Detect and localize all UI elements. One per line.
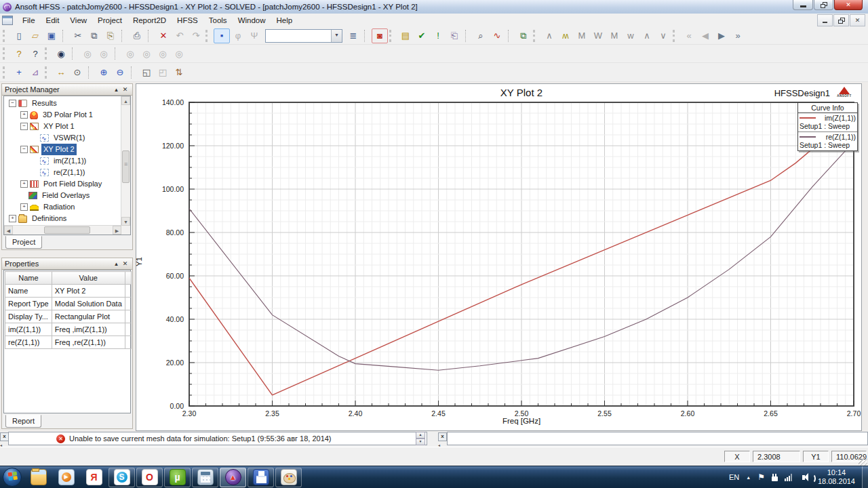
toolbar-grip[interactable] <box>3 66 8 79</box>
toolbar-model-boolean-button[interactable]: + <box>11 65 27 80</box>
menu-view[interactable]: View <box>64 16 92 24</box>
tree-item-xy-plot-2[interactable]: −XY Plot 2 <box>5 144 121 155</box>
toolbar-grip[interactable] <box>45 47 50 60</box>
tree-item-vswr-1[interactable]: VSWR(1) <box>5 132 121 144</box>
toolbar-analyze-all-button[interactable]: ! <box>430 28 446 43</box>
toolbar-last-sweep-button[interactable]: » <box>730 28 746 43</box>
message-spinner[interactable]: ▲ ▼ <box>416 432 425 445</box>
toolbar-zoom-out-button[interactable]: ⊖ <box>112 65 128 80</box>
expand-icon[interactable]: + <box>20 111 28 119</box>
scroll-thumb[interactable] <box>44 226 90 234</box>
table-row[interactable]: im(Z(1,1))Freq ,im(Z(1,1)) <box>5 323 132 336</box>
toolbar-paste-button[interactable]: ⎘ <box>102 28 119 43</box>
progress-window[interactable] <box>447 432 868 445</box>
table-row[interactable]: Display Ty...Rectangular Plot <box>5 310 132 323</box>
toolbar-solution-type-button[interactable]: ◙ <box>372 28 388 43</box>
toolbar-delete-button[interactable]: ✕ <box>155 28 172 43</box>
toolbar-show-visible-button[interactable]: ◉ <box>53 46 69 61</box>
message-window[interactable]: Unable to save current mesh data for sim… <box>8 432 427 445</box>
power-plug-icon[interactable] <box>772 474 778 481</box>
spin-up-icon[interactable]: ▲ <box>416 432 425 439</box>
toolbar-marker-max-button[interactable]: ∨ <box>655 28 671 43</box>
child-minimize-button[interactable] <box>817 14 833 26</box>
panel-collapse-icon[interactable]: ▴ <box>112 85 121 94</box>
series-im-Z-1-1-[interactable] <box>189 139 824 395</box>
toolbar-grip[interactable] <box>533 30 538 42</box>
toolbar-pan-button[interactable]: ↔ <box>53 65 69 80</box>
plot-area[interactable]: 2.302.352.402.452.502.552.602.652.700.00… <box>136 84 861 430</box>
taskbar-utorrent-button[interactable]: µ <box>164 468 191 487</box>
title-bar[interactable]: Ansoft HFSS - patchJomy2600 - HFSSDesign… <box>0 0 868 14</box>
toolbar-context-help-button[interactable]: ? <box>27 46 43 61</box>
tree-vertical-scrollbar[interactable]: ▲ ▼ <box>121 96 130 226</box>
toolbar-next-sweep-button[interactable]: ▶ <box>713 28 730 43</box>
toolbar-orient-axis-button[interactable]: ⇅ <box>171 65 187 80</box>
menu-tools[interactable]: Tools <box>203 16 233 24</box>
curve-info-legend[interactable]: Curve Info im(Z(1,1))Setup1 : Sweepre(Z(… <box>797 102 858 151</box>
tree-item-port-field-display[interactable]: +Port Field Display <box>5 178 121 190</box>
clock[interactable]: 10:14 18.08.2014 <box>818 468 855 486</box>
restore-button[interactable] <box>814 0 833 10</box>
toolbar-help-on-doc-button[interactable]: ? <box>11 46 27 61</box>
minimize-button[interactable] <box>793 0 813 10</box>
toolbar-list-sweeps-button[interactable]: ≣ <box>345 28 361 43</box>
tree-horizontal-scrollbar[interactable]: ◀ ▶ <box>4 225 121 235</box>
collapse-icon[interactable]: − <box>9 100 16 107</box>
tree-item-xy-plot-1[interactable]: −XY Plot 1 <box>5 121 121 132</box>
table-row[interactable]: NameXY Plot 2 <box>5 285 132 298</box>
tree-item-definitions[interactable]: +Definitions <box>5 213 121 224</box>
expand-icon[interactable]: + <box>20 203 28 211</box>
expand-icon[interactable]: + <box>20 180 28 188</box>
property-value[interactable]: Freq ,im(Z(1,1)) <box>52 323 125 336</box>
toolbar-copy-image-button[interactable]: ⧉ <box>515 28 532 43</box>
toolbar-dynamic-zoom-button[interactable]: ⊙ <box>69 65 85 80</box>
taskbar-opera-button[interactable]: O <box>136 468 163 487</box>
menu-project[interactable]: Project <box>92 16 127 24</box>
toolbar-model-view-button[interactable]: ⊿ <box>27 65 43 80</box>
tab-project[interactable]: Project <box>5 236 42 249</box>
toolbar-marker-peak-3-button[interactable]: M <box>574 28 590 43</box>
legend-entry[interactable]: im(Z(1,1))Setup1 : Sweep <box>798 113 857 131</box>
toolbar-copy-button[interactable]: ⧉ <box>86 28 102 43</box>
language-indicator[interactable]: EN <box>729 473 739 481</box>
scroll-thumb[interactable] <box>122 150 130 183</box>
toolbar-grip[interactable] <box>389 30 395 42</box>
tree-item-3d-polar-plot-1[interactable]: +3D Polar Plot 1 <box>5 109 121 121</box>
collapse-icon[interactable]: − <box>20 146 28 153</box>
start-button[interactable] <box>0 467 24 488</box>
taskbar-yandex-browser-button[interactable]: Я <box>81 468 107 487</box>
property-value[interactable]: Modal Solution Data <box>52 298 125 310</box>
toolbar-marker-min-button[interactable]: ∧ <box>639 28 655 43</box>
show-desktop-button[interactable] <box>862 466 868 488</box>
taskbar-media-player-button[interactable] <box>53 468 79 487</box>
chevron-down-icon[interactable]: ▼ <box>331 30 342 42</box>
menu-hfss[interactable]: HFSS <box>172 16 203 24</box>
menu-help[interactable]: Help <box>271 16 298 24</box>
toolbar-add-solution-setup-button[interactable]: ▤ <box>397 28 414 43</box>
toolbar-select-object-button[interactable]: ▪ <box>214 28 230 43</box>
collapse-icon[interactable]: − <box>20 123 28 130</box>
toolbar-grip[interactable] <box>205 30 211 42</box>
toolbar-zoom-search-button[interactable]: ⌕ <box>473 28 489 43</box>
child-restore-button[interactable] <box>833 14 849 26</box>
taskbar-ansoft-hfss-button[interactable]: ▲ <box>220 468 246 487</box>
tree-item-im-z-1-1[interactable]: im(Z(1,1)) <box>5 155 121 167</box>
property-value[interactable]: Rectangular Plot <box>52 310 125 323</box>
menu-file[interactable]: File <box>17 16 41 24</box>
mdi-child-icon[interactable] <box>2 16 13 25</box>
spin-down-icon[interactable]: ▼ <box>416 439 425 445</box>
toolbar-new-button[interactable]: ▯ <box>11 28 27 43</box>
properties-header[interactable]: Properties ▴ ✕ <box>2 258 132 270</box>
menu-window[interactable]: Window <box>233 16 271 24</box>
toolbar-marker-peak-4-button[interactable]: W <box>590 28 606 43</box>
hidden-icons-arrow-icon[interactable]: ▲ <box>746 475 751 480</box>
panel-collapse-icon[interactable]: ▴ <box>112 260 121 268</box>
toolbar-create-report-button[interactable]: ⎗ <box>446 28 462 43</box>
legend-entry[interactable]: re(Z(1,1))Setup1 : Sweep <box>798 131 857 150</box>
tree-item-radiation[interactable]: +Radiation <box>5 201 121 213</box>
taskbar-calculator-button[interactable] <box>192 468 218 487</box>
network-signal-icon[interactable] <box>785 474 793 481</box>
toolbar-grip[interactable] <box>3 47 8 60</box>
toolbar-grip[interactable] <box>3 30 8 42</box>
action-center-flag-icon[interactable]: ⚑ <box>757 472 765 482</box>
